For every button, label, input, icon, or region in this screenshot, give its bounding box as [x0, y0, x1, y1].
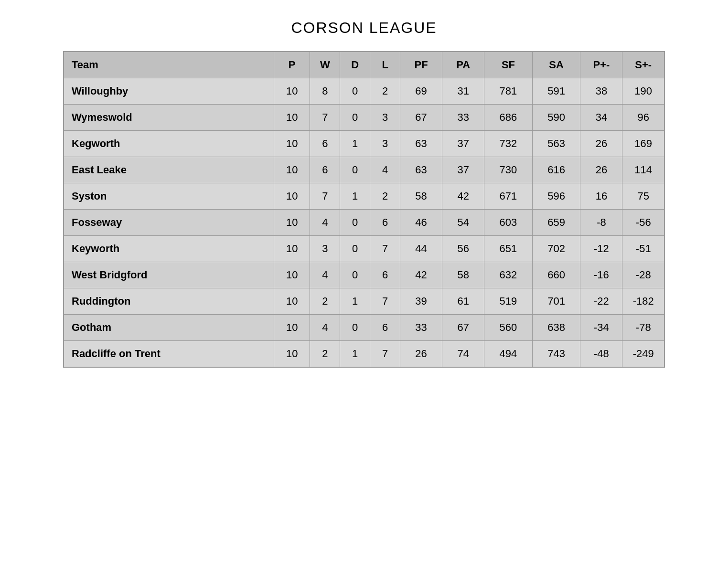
cell-spm: 169 [622, 131, 664, 157]
cell-l: 3 [370, 131, 400, 157]
cell-spm: -56 [622, 210, 664, 236]
cell-w: 4 [310, 315, 340, 341]
cell-l: 6 [370, 262, 400, 288]
cell-p: 10 [274, 105, 310, 131]
cell-spm: 75 [622, 183, 664, 210]
cell-team: Radcliffe on Trent [64, 341, 274, 368]
cell-team: Fosseway [64, 210, 274, 236]
cell-team: Kegworth [64, 131, 274, 157]
cell-pf: 69 [400, 78, 442, 105]
cell-l: 7 [370, 236, 400, 262]
page-title: CORSON LEAGUE [63, 19, 665, 37]
cell-p: 10 [274, 210, 310, 236]
cell-pf: 63 [400, 131, 442, 157]
cell-pa: 37 [442, 131, 484, 157]
table-row: Gotham104063367560638-34-78 [64, 315, 664, 341]
header-d: D [340, 52, 370, 78]
cell-pa: 74 [442, 341, 484, 368]
league-table: Team P W D L PF PA SF SA P+- S+- Willoug… [63, 51, 665, 368]
cell-pa: 67 [442, 315, 484, 341]
cell-sa: 563 [532, 131, 580, 157]
cell-sa: 590 [532, 105, 580, 131]
cell-d: 1 [340, 341, 370, 368]
cell-ppm: 26 [580, 157, 622, 183]
cell-sa: 702 [532, 236, 580, 262]
cell-w: 3 [310, 236, 340, 262]
cell-pf: 63 [400, 157, 442, 183]
header-pa: PA [442, 52, 484, 78]
cell-pa: 31 [442, 78, 484, 105]
cell-sa: 660 [532, 262, 580, 288]
cell-p: 10 [274, 262, 310, 288]
cell-p: 10 [274, 341, 310, 368]
table-row: Kegworth10613633773256326169 [64, 131, 664, 157]
cell-p: 10 [274, 315, 310, 341]
cell-ppm: -22 [580, 288, 622, 315]
cell-ppm: -34 [580, 315, 622, 341]
cell-sf: 651 [484, 236, 533, 262]
cell-pf: 33 [400, 315, 442, 341]
cell-sf: 494 [484, 341, 533, 368]
cell-d: 0 [340, 210, 370, 236]
table-row: Fosseway104064654603659-8-56 [64, 210, 664, 236]
cell-ppm: -48 [580, 341, 622, 368]
cell-sa: 701 [532, 288, 580, 315]
header-ppm: P+- [580, 52, 622, 78]
cell-pa: 61 [442, 288, 484, 315]
cell-spm: -51 [622, 236, 664, 262]
header-l: L [370, 52, 400, 78]
cell-ppm: -16 [580, 262, 622, 288]
cell-pf: 67 [400, 105, 442, 131]
cell-sa: 591 [532, 78, 580, 105]
cell-spm: 114 [622, 157, 664, 183]
cell-team: Ruddington [64, 288, 274, 315]
cell-sa: 638 [532, 315, 580, 341]
cell-pa: 42 [442, 183, 484, 210]
cell-pf: 26 [400, 341, 442, 368]
cell-p: 10 [274, 236, 310, 262]
cell-spm: 96 [622, 105, 664, 131]
cell-sf: 560 [484, 315, 533, 341]
cell-d: 0 [340, 157, 370, 183]
cell-d: 0 [340, 262, 370, 288]
cell-w: 4 [310, 262, 340, 288]
cell-d: 0 [340, 236, 370, 262]
cell-spm: -249 [622, 341, 664, 368]
cell-d: 1 [340, 131, 370, 157]
cell-team: Willoughby [64, 78, 274, 105]
cell-ppm: -12 [580, 236, 622, 262]
cell-d: 1 [340, 183, 370, 210]
cell-sf: 519 [484, 288, 533, 315]
header-spm: S+- [622, 52, 664, 78]
cell-team: Keyworth [64, 236, 274, 262]
header-sa: SA [532, 52, 580, 78]
cell-l: 7 [370, 341, 400, 368]
cell-spm: -28 [622, 262, 664, 288]
header-sf: SF [484, 52, 533, 78]
table-row: West Bridgford104064258632660-16-28 [64, 262, 664, 288]
cell-w: 2 [310, 341, 340, 368]
cell-sf: 671 [484, 183, 533, 210]
table-row: Willoughby10802693178159138190 [64, 78, 664, 105]
cell-spm: -182 [622, 288, 664, 315]
table-row: Syston1071258426715961675 [64, 183, 664, 210]
cell-spm: -78 [622, 315, 664, 341]
cell-pf: 58 [400, 183, 442, 210]
cell-pa: 37 [442, 157, 484, 183]
header-team: Team [64, 52, 274, 78]
header-w: W [310, 52, 340, 78]
cell-pa: 58 [442, 262, 484, 288]
cell-spm: 190 [622, 78, 664, 105]
cell-sf: 730 [484, 157, 533, 183]
cell-team: West Bridgford [64, 262, 274, 288]
cell-d: 1 [340, 288, 370, 315]
cell-w: 4 [310, 210, 340, 236]
table-row: East Leake10604633773061626114 [64, 157, 664, 183]
cell-sf: 781 [484, 78, 533, 105]
cell-team: Gotham [64, 315, 274, 341]
table-row: Keyworth103074456651702-12-51 [64, 236, 664, 262]
cell-l: 2 [370, 183, 400, 210]
table-header-row: Team P W D L PF PA SF SA P+- S+- [64, 52, 664, 78]
cell-l: 3 [370, 105, 400, 131]
header-pf: PF [400, 52, 442, 78]
